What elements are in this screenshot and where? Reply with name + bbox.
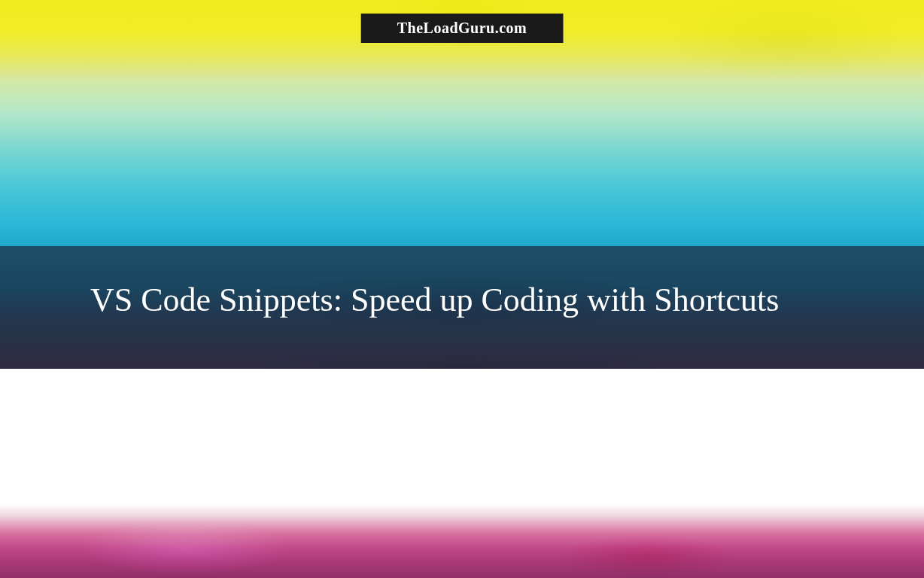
below-hero-region: [0, 369, 924, 578]
brand-bar: TheLoadGuru.com: [361, 14, 564, 43]
hero-image: TheLoadGuru.com VS Code Snippets: Speed …: [0, 0, 924, 369]
footer-band: [0, 504, 924, 578]
article-title: VS Code Snippets: Speed up Coding with S…: [90, 278, 834, 322]
headline-overlay: VS Code Snippets: Speed up Coding with S…: [0, 246, 924, 369]
page-root: TheLoadGuru.com VS Code Snippets: Speed …: [0, 0, 924, 578]
footer-texture: [0, 504, 924, 578]
